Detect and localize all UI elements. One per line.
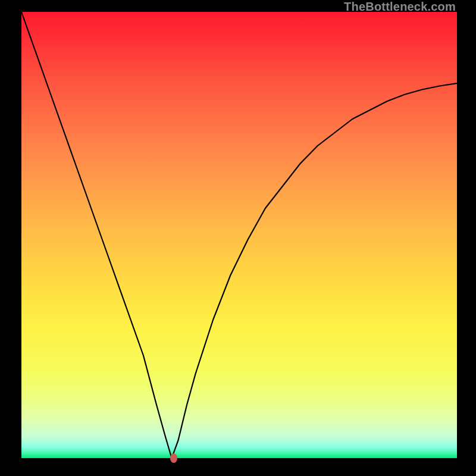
bottleneck-curve [21, 12, 457, 458]
optimum-marker [170, 453, 177, 463]
chart-frame: TheBottleneck.com [0, 0, 476, 476]
plot-area [21, 12, 457, 458]
